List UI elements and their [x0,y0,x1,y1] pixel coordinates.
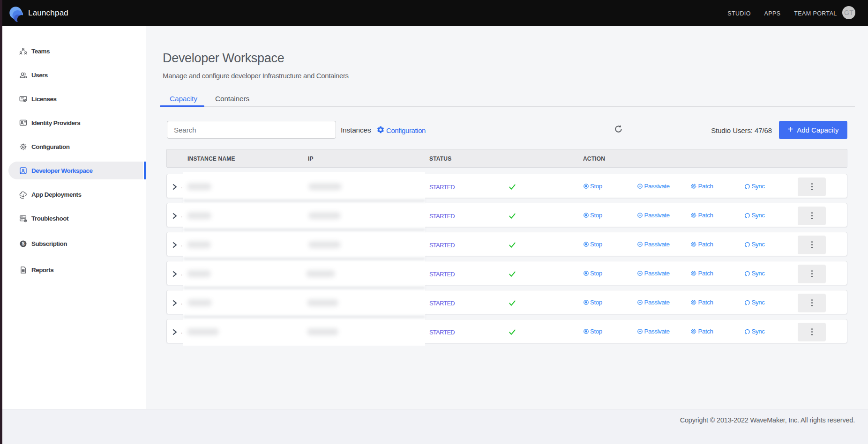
svg-text:$: $ [22,241,25,246]
